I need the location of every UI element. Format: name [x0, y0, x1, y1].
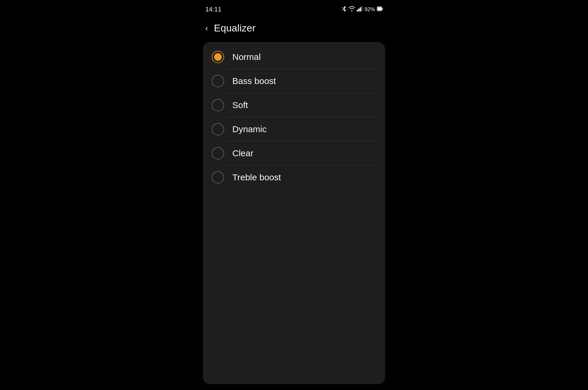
radio-normal[interactable]: [212, 51, 224, 63]
battery-icon: [377, 6, 383, 13]
equalizer-options-card: Normal Bass boost Soft Dynamic Clear Tre…: [203, 42, 385, 384]
header: ‹ Equalizer: [197, 18, 391, 40]
signal-icon: [357, 6, 363, 13]
svg-rect-0: [357, 10, 358, 11]
radio-dynamic[interactable]: [212, 123, 224, 135]
option-clear[interactable]: Clear: [203, 141, 385, 165]
option-label-treble-boost: Treble boost: [232, 172, 281, 182]
svg-rect-6: [378, 7, 382, 11]
svg-rect-1: [358, 9, 359, 11]
option-label-normal: Normal: [232, 52, 261, 62]
option-soft[interactable]: Soft: [203, 93, 385, 117]
option-treble-boost[interactable]: Treble boost: [203, 165, 385, 189]
radio-treble-boost[interactable]: [212, 171, 224, 184]
option-label-bass-boost: Bass boost: [232, 76, 276, 86]
svg-rect-5: [382, 8, 383, 10]
status-icons: 92%: [342, 6, 383, 13]
svg-rect-2: [360, 7, 361, 11]
status-bar: 14:11: [197, 0, 391, 18]
option-bass-boost[interactable]: Bass boost: [203, 69, 385, 93]
bluetooth-icon: [342, 6, 347, 13]
radio-clear[interactable]: [212, 147, 224, 159]
option-normal[interactable]: Normal: [203, 45, 385, 69]
option-dynamic[interactable]: Dynamic: [203, 117, 385, 141]
wifi-icon: [349, 6, 355, 13]
option-label-dynamic: Dynamic: [232, 124, 267, 134]
option-label-soft: Soft: [232, 100, 248, 110]
page-title: Equalizer: [214, 22, 256, 34]
svg-rect-3: [361, 6, 362, 11]
radio-bass-boost[interactable]: [212, 75, 224, 87]
option-label-clear: Clear: [232, 148, 253, 158]
phone-screen: 14:11: [197, 0, 391, 390]
status-time: 14:11: [205, 6, 221, 13]
radio-soft[interactable]: [212, 99, 224, 111]
back-button[interactable]: ‹: [204, 23, 209, 33]
battery-percentage: 92%: [364, 6, 375, 13]
